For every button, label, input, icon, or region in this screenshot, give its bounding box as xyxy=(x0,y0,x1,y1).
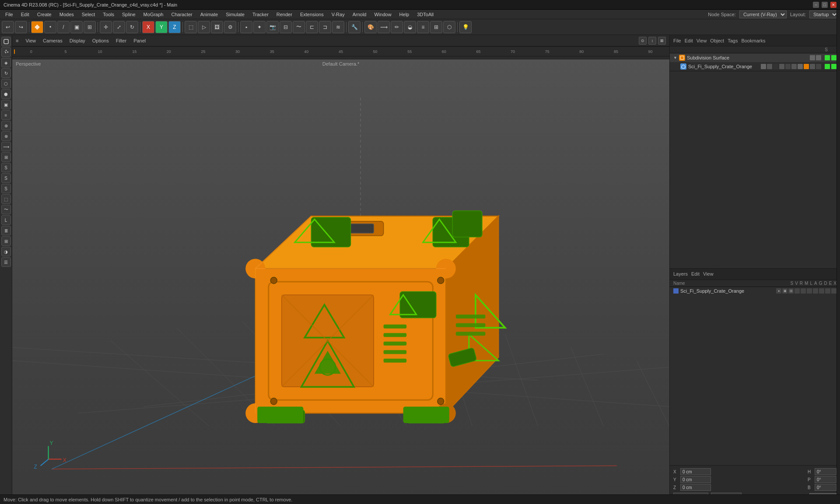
layer-icon-4[interactable] xyxy=(794,288,800,294)
tool-move[interactable] xyxy=(1,47,11,57)
spline-button[interactable]: 〜 xyxy=(293,21,305,33)
tool-magnet[interactable]: S xyxy=(1,163,11,172)
tool-extrude[interactable]: ⬡ xyxy=(1,79,11,88)
layer-icon-9[interactable] xyxy=(825,288,830,294)
viewport-menu-toggle[interactable]: ≡ xyxy=(16,38,18,43)
y-axis-button[interactable]: Y xyxy=(155,21,168,33)
layers-menu-edit[interactable]: Edit xyxy=(691,271,700,276)
render-picture-viewer-button[interactable]: 🖼 xyxy=(211,21,223,33)
palette-button[interactable]: 🎨 xyxy=(364,21,377,33)
object-mode-button[interactable]: ⊞ xyxy=(84,21,96,33)
menu-edit[interactable]: Edit xyxy=(18,11,33,18)
tool-knife[interactable]: ⟿ xyxy=(1,142,11,151)
viewport-menu-panel[interactable]: Panel xyxy=(133,38,146,43)
tool-extra[interactable]: ☰ xyxy=(1,257,11,267)
grid-button[interactable]: ⊞ xyxy=(430,21,442,33)
menu-help[interactable]: Help xyxy=(396,11,413,18)
viewport-ctrl-3[interactable]: ⊠ xyxy=(658,37,666,45)
menu-extensions[interactable]: Extensions xyxy=(297,11,327,18)
x-input[interactable] xyxy=(680,468,711,475)
model-mode-button[interactable] xyxy=(31,21,43,33)
tool-measure[interactable]: L xyxy=(1,215,11,225)
z-input[interactable] xyxy=(680,484,711,491)
camera-button[interactable]: 📷 xyxy=(266,21,279,33)
menu-window[interactable]: Window xyxy=(371,11,395,18)
layer-icon-6[interactable] xyxy=(807,288,812,294)
tool-loop-cut[interactable]: ⊞ xyxy=(1,152,11,162)
layer-icon-2[interactable]: ▣ xyxy=(782,288,788,294)
rotate-tool-button[interactable]: ↻ xyxy=(126,21,138,33)
paint-button[interactable]: ✏ xyxy=(391,21,403,33)
right-scrollbar[interactable] xyxy=(836,10,840,494)
layer-icon-1[interactable]: ● xyxy=(776,288,781,294)
layer-item-main[interactable]: Sci_Fi_Supply_Crate_Orange ● ▣ ▤ xyxy=(670,287,840,295)
maximize-button[interactable]: □ xyxy=(822,2,828,8)
obj-menu-edit[interactable]: Edit xyxy=(685,38,693,43)
deformer-button[interactable]: ⊐ xyxy=(319,21,331,33)
menu-select[interactable]: Select xyxy=(78,11,99,18)
obj-menu-tags[interactable]: Tags xyxy=(728,38,738,43)
tool-grid[interactable]: ⊞ xyxy=(1,236,11,246)
menu-3dtoall[interactable]: 3DToAll xyxy=(413,11,437,18)
tool-morph[interactable]: ◑ xyxy=(1,247,11,256)
menu-spline[interactable]: Spline xyxy=(119,11,139,18)
h-input[interactable] xyxy=(815,468,836,475)
render-region-button[interactable]: ⬚ xyxy=(185,21,197,33)
obj-menu-view[interactable]: View xyxy=(696,38,707,43)
menu-modes[interactable]: Modes xyxy=(56,11,77,18)
b-input[interactable] xyxy=(815,484,836,491)
tool-inner-extrude[interactable]: ▣ xyxy=(1,100,11,109)
undo-button[interactable]: ↩ xyxy=(2,21,14,33)
viewport-menu-view[interactable]: View xyxy=(25,38,36,43)
obj-menu-file[interactable]: File xyxy=(673,38,681,43)
nurbs-button[interactable]: ⊏ xyxy=(306,21,318,33)
menu-tools[interactable]: Tools xyxy=(99,11,118,18)
tool-rotate[interactable]: ↻ xyxy=(1,68,11,78)
layout-dropdown[interactable]: Startup xyxy=(809,10,838,18)
obj-visible-render-2[interactable] xyxy=(831,64,836,69)
viewport-ctrl-1[interactable]: ⊙ xyxy=(639,37,647,45)
menu-character[interactable]: Character xyxy=(168,11,196,18)
y-input[interactable] xyxy=(680,476,711,483)
snap-button[interactable]: 🔧 xyxy=(348,21,360,33)
nodespace-dropdown[interactable]: Current (V-Ray) xyxy=(739,10,787,18)
sculpt-button[interactable]: ◒ xyxy=(404,21,416,33)
viewport-ctrl-2[interactable]: ↕ xyxy=(648,37,656,45)
layers-menu-view[interactable]: View xyxy=(703,271,714,276)
layer-icon-10[interactable] xyxy=(831,288,836,294)
obj-menu-object[interactable]: Object xyxy=(710,38,724,43)
obj-visible-editor[interactable] xyxy=(825,55,830,60)
render-settings-button[interactable]: ⚙ xyxy=(224,21,236,33)
move-tool-button[interactable]: ✛ xyxy=(100,21,112,33)
z-axis-button[interactable]: Z xyxy=(168,21,181,33)
p-input[interactable] xyxy=(815,476,836,483)
menu-animate[interactable]: Animate xyxy=(197,11,221,18)
tool-vertex-pen[interactable]: S xyxy=(1,184,11,193)
obj-visible-editor-2[interactable] xyxy=(825,64,830,69)
light2-button[interactable]: 💡 xyxy=(459,21,472,33)
knife-button[interactable]: ⟿ xyxy=(378,21,390,33)
capsule-button[interactable]: ⬡ xyxy=(443,21,455,33)
layer-icon-7[interactable] xyxy=(813,288,818,294)
close-button[interactable]: ✕ xyxy=(830,2,836,8)
layer-icon-8[interactable] xyxy=(819,288,824,294)
viewport-menu-options[interactable]: Options xyxy=(92,38,109,43)
field-button[interactable]: ≋ xyxy=(332,21,344,33)
minimize-button[interactable]: − xyxy=(813,2,819,8)
viewport-menu-filter[interactable]: Filter xyxy=(116,38,126,43)
menu-arnold[interactable]: Arnold xyxy=(349,11,370,18)
render-view-button[interactable]: ▷ xyxy=(198,21,210,33)
tool-weld[interactable]: ⊕ xyxy=(1,121,11,130)
tool-paint[interactable]: S xyxy=(1,173,11,183)
x-axis-button[interactable]: X xyxy=(142,21,154,33)
layer-icon-3[interactable]: ▤ xyxy=(788,288,794,294)
floor-button[interactable]: ⊟ xyxy=(280,21,292,33)
menu-mograph[interactable]: MoGraph xyxy=(140,11,167,18)
tool-smooth[interactable]: 〜 xyxy=(1,205,11,214)
menu-vray[interactable]: V-Ray xyxy=(328,11,348,18)
obj-menu-bookmarks[interactable]: Bookmarks xyxy=(741,38,765,43)
cube-button[interactable]: ▪ xyxy=(240,21,252,33)
tool-bevel[interactable]: ⬢ xyxy=(1,89,11,99)
tool-scale[interactable]: ◈ xyxy=(1,58,11,67)
scale-tool-button[interactable]: ⤢ xyxy=(113,21,125,33)
